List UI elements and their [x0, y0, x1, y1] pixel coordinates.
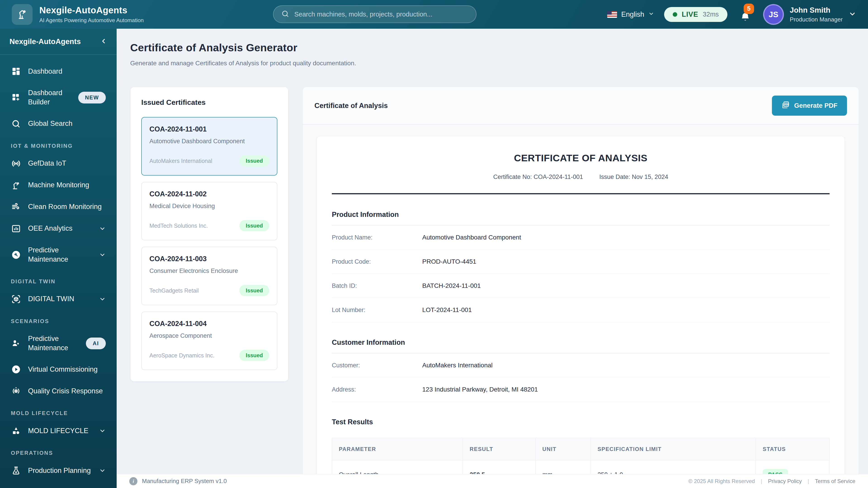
sidebar-section-digital-twin: DIGITAL TWIN: [11, 278, 106, 285]
certificate-number: Certificate No: COA-2024-11-001: [493, 173, 583, 181]
chevron-down-icon: [99, 252, 106, 258]
chevron-down-icon: [99, 467, 106, 474]
footer-links: © 2025 All Rights Reserved | Privacy Pol…: [688, 478, 855, 484]
live-label: LIVE: [682, 10, 698, 19]
chevron-down-icon: [648, 10, 654, 19]
search-icon: [281, 10, 289, 19]
sidebar-item-clean-room[interactable]: Clean Room Monitoring: [5, 196, 112, 218]
certificate-panel-header: Certificate of Analysis PDF Generate PDF: [303, 87, 859, 125]
sidebar-section-operations: OPERATIONS: [11, 450, 106, 456]
notification-count-badge: 5: [744, 4, 754, 14]
global-search-bar[interactable]: [273, 5, 476, 23]
sidebar-section-mold: MOLD LIFECYCLE: [11, 410, 106, 416]
sidebar-item-digital-twin[interactable]: DIGITAL TWIN: [5, 288, 112, 310]
certificate-list-item[interactable]: COA-2024-11-003 Consumer Electronics Enc…: [141, 247, 277, 305]
copyright-text: © 2025 All Rights Reserved: [688, 478, 755, 484]
sidebar-item-production-planning[interactable]: Production Planning: [5, 460, 112, 482]
brand-text: Nexgile-AutoAgents AI Agents Powering Au…: [39, 5, 144, 24]
us-flag-icon: [607, 11, 617, 18]
sidebar-item-dashboard[interactable]: Dashboard: [5, 61, 112, 82]
search-input[interactable]: [294, 11, 468, 18]
product-info-heading: Product Information: [332, 210, 830, 225]
certificate-list-item[interactable]: COA-2024-11-002 Medical Device Housing M…: [141, 182, 277, 240]
chevron-down-icon: [848, 10, 856, 19]
status-badge: Issued: [239, 220, 269, 231]
product-name-row: Product Name: Automotive Dashboard Compo…: [332, 225, 830, 250]
product-code-row: Product Code: PROD-AUTO-4451: [332, 250, 830, 274]
siren-icon: [11, 386, 21, 396]
generate-pdf-button[interactable]: PDF Generate PDF: [772, 96, 847, 116]
notifications-button[interactable]: 5: [737, 5, 753, 24]
search-icon: [11, 119, 21, 129]
issued-certificates-card: Issued Certificates COA-2024-11-001 Auto…: [130, 87, 288, 382]
user-role: Production Manager: [790, 16, 843, 23]
sidebar-collapse-button[interactable]: [100, 37, 107, 46]
chevron-down-icon: [99, 296, 106, 302]
language-selector[interactable]: English: [607, 10, 654, 19]
user-info: John Smith Production Manager: [790, 6, 843, 23]
lot-number-row: Lot Number: LOT-2024-11-001: [332, 298, 830, 322]
sidebar-item-oee-analytics[interactable]: OEE Analytics: [5, 218, 112, 239]
system-version-label: Manufacturing ERP System v1.0: [142, 478, 227, 485]
wrench-circle-icon: [11, 250, 21, 260]
certificate-list-item[interactable]: COA-2024-11-001 Automotive Dashboard Com…: [141, 117, 277, 175]
test-results-heading: Test Results: [332, 418, 830, 426]
customer-row: Customer: AutoMakers International: [332, 353, 830, 378]
certificate-panel: Certificate of Analysis PDF Generate PDF…: [303, 87, 859, 488]
language-label: English: [621, 10, 644, 19]
issue-date: Issue Date: Nov 15, 2024: [599, 173, 668, 181]
app-title: Nexgile-AutoAgents: [39, 5, 144, 15]
sidebar-item-predictive-maintenance[interactable]: Predictive Maintenance: [5, 239, 112, 270]
certificate-list-item[interactable]: COA-2024-11-004 Aerospace Component Aero…: [141, 312, 277, 370]
sidebar-item-quality-crisis[interactable]: Quality Crisis Response: [5, 380, 112, 402]
sidebar-nav: Dashboard Dashboard Builder NEW Global S…: [0, 55, 117, 487]
bar-chart-icon: [11, 224, 21, 233]
certificate-list: COA-2024-11-001 Automotive Dashboard Com…: [141, 117, 277, 370]
chevron-down-icon: [99, 427, 106, 434]
status-badge: Issued: [239, 285, 269, 296]
privacy-policy-link[interactable]: Privacy Policy: [768, 478, 802, 484]
brand: Nexgile-AutoAgents AI Agents Powering Au…: [12, 4, 144, 25]
sidebar-item-virtual-commissioning[interactable]: Virtual Commissioning: [5, 359, 112, 380]
live-status-badge: LIVE 32ms: [664, 7, 727, 22]
dashboard-builder-icon: [11, 93, 21, 102]
sidebar-item-global-search[interactable]: Global Search: [5, 113, 112, 135]
page-title: Certificate of Analysis Generator: [130, 41, 855, 54]
certificate-panel-body: CERTIFICATE OF ANALYSIS Certificate No: …: [303, 125, 859, 488]
sidebar-item-mold-lifecycle[interactable]: MOLD LIFECYCLE: [5, 420, 112, 442]
sidebar-item-predictive-maintenance-ai[interactable]: Predictive Maintenance AI: [5, 328, 112, 359]
sidebar-title: Nexgile-AutoAgents: [9, 37, 81, 46]
new-badge: NEW: [78, 92, 106, 103]
status-badge: Issued: [239, 350, 269, 361]
live-latency: 32ms: [703, 11, 719, 18]
avatar: JS: [763, 4, 784, 25]
sidebar: Nexgile-AutoAgents Dashboard Dashboard B…: [0, 29, 117, 488]
certificate-document: CERTIFICATE OF ANALYSIS Certificate No: …: [317, 136, 845, 488]
sidebar-item-machine-monitoring[interactable]: Machine Monitoring: [5, 174, 112, 196]
sidebar-item-gefdata-iot[interactable]: GefData IoT: [5, 153, 112, 174]
dashboard-grid-icon: [11, 67, 21, 76]
app-subtitle: AI Agents Powering Automotive Automation: [39, 17, 144, 24]
page-subtitle: Generate and manage Certificates of Anal…: [130, 60, 855, 67]
top-header: Nexgile-AutoAgents AI Agents Powering Au…: [0, 0, 868, 29]
sidebar-section-iot: IOT & MONITORING: [11, 143, 106, 149]
terms-link[interactable]: Terms of Service: [815, 478, 855, 484]
address-row: Address: 123 Industrial Parkway, Detroit…: [332, 378, 830, 402]
app-logo: [12, 4, 33, 25]
robot-arm-icon: [16, 8, 28, 21]
live-dot-icon: [673, 12, 677, 17]
sidebar-item-dashboard-builder[interactable]: Dashboard Builder NEW: [5, 82, 112, 113]
certificate-doc-title: CERTIFICATE OF ANALYSIS: [332, 153, 830, 164]
status-badge: Issued: [239, 155, 269, 166]
footer: i Manufacturing ERP System v1.0 © 2025 A…: [117, 474, 868, 488]
info-icon: i: [129, 477, 137, 485]
page-header: Certificate of Analysis Generator Genera…: [117, 29, 868, 67]
svg-text:PDF: PDF: [784, 103, 789, 106]
sidebar-section-scenarios: SCENARIOS: [11, 318, 106, 324]
customer-info-heading: Customer Information: [332, 338, 830, 353]
issued-certificates-heading: Issued Certificates: [141, 98, 277, 107]
header-actions: English LIVE 32ms 5 JS John Smith Produ: [607, 4, 856, 25]
sidebar-header: Nexgile-AutoAgents: [0, 29, 117, 55]
user-menu[interactable]: JS John Smith Production Manager: [763, 4, 856, 25]
table-header-row: PARAMETER RESULT UNIT SPECIFICATION LIMI…: [332, 438, 830, 460]
